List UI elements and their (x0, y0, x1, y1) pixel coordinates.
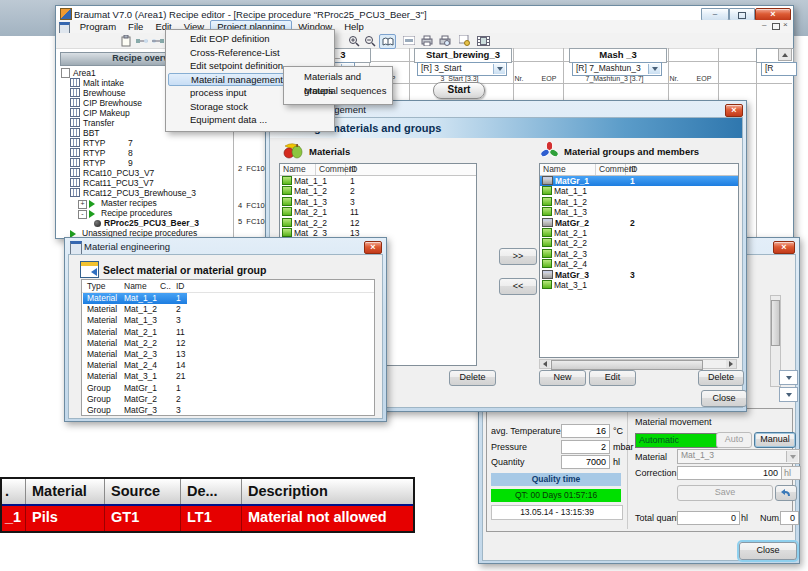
film-icon[interactable] (476, 34, 491, 47)
submenu-item[interactable]: Material sequences (284, 84, 392, 98)
column-header[interactable]: Comment (596, 164, 626, 175)
recipe-unit-combo[interactable]: [R] 3_Start (417, 62, 507, 76)
correction-input[interactable]: 100 (677, 466, 782, 480)
table-row[interactable]: MaterialMat_1_11 (82, 293, 374, 304)
process-close-button[interactable]: Close (739, 542, 797, 560)
add-to-group-button[interactable]: >> (499, 248, 537, 265)
menu-item[interactable]: File (122, 20, 149, 33)
start-node[interactable]: Start (433, 82, 485, 99)
certificate-icon[interactable] (457, 34, 472, 47)
tree-item[interactable]: RProc25_PCU3_Beer_3 (58, 218, 232, 228)
group-list-item[interactable]: MatGr_33 (540, 270, 738, 280)
material-list-item[interactable]: Mat_1_22 (280, 186, 476, 196)
column-header[interactable]: Name (280, 164, 316, 175)
manual-button[interactable]: Manual (754, 432, 796, 448)
delete-material-button[interactable]: Delete (449, 370, 496, 386)
table-row[interactable]: GroupMatGr_22 (82, 394, 374, 405)
edit-group-button[interactable]: Edit (589, 370, 636, 386)
scroll-up-icon[interactable] (778, 48, 792, 61)
group-list-item[interactable]: Mat_1_2 (540, 197, 738, 207)
column-header[interactable]: ID (176, 280, 185, 292)
mdi-minimize-button[interactable]: – (762, 20, 766, 29)
mini-combo[interactable] (779, 370, 798, 385)
clipboard-icon[interactable] (118, 34, 133, 47)
group-list-item[interactable]: Mat_2_2 (540, 238, 738, 248)
menu-item[interactable]: Edit EOP definition (166, 32, 334, 46)
tree-item[interactable]: RTYP8 (58, 148, 232, 158)
measurement-value[interactable]: 7000 (561, 455, 610, 469)
tree-item[interactable]: -Recipe procedures (58, 208, 232, 218)
table-row[interactable]: GroupMatGr_11 (82, 383, 374, 394)
material-list-item[interactable]: Mat_1_33 (280, 197, 476, 207)
fit-width-icon[interactable] (401, 34, 416, 47)
zoom-in-icon[interactable] (346, 34, 361, 47)
menu-item[interactable]: Help (338, 20, 370, 33)
group-list-item[interactable]: Mat_1_3 (540, 207, 738, 217)
close-icon[interactable]: × (773, 241, 795, 254)
recipe-unit-combo-partial[interactable]: [R (761, 62, 797, 76)
submenu-item[interactable]: Materials and groups (284, 70, 392, 84)
tree-item[interactable]: RCat11_PCU3_V7 (58, 178, 232, 188)
error-table-row[interactable]: _1PilsGT1LT1Material not allowed (2, 504, 413, 531)
group-list-item[interactable]: Mat_1_1 (540, 186, 738, 196)
tree-item[interactable]: RCat12_PCU3_Brewhouse_3 (58, 188, 232, 198)
measurement-value[interactable]: 16 (561, 424, 610, 438)
material-list-item[interactable]: Mat_2_212 (280, 218, 476, 228)
material-combo[interactable]: Mat_1_3 (677, 449, 800, 464)
scrollbar-thumb[interactable] (771, 300, 780, 346)
tree-item[interactable]: RTYP9 (58, 158, 232, 168)
table-row[interactable]: MaterialMat_1_33 (82, 315, 374, 326)
recipe-unit-combo[interactable]: [R] 7_Mashtun_3 (572, 62, 662, 76)
group-list-item[interactable]: Mat_2_3 (540, 249, 738, 259)
menu-item[interactable]: Program (74, 20, 122, 33)
close-icon[interactable]: × (725, 104, 743, 117)
save-button[interactable]: Save (677, 485, 773, 501)
link-next-icon[interactable] (150, 34, 165, 47)
table-row[interactable]: MaterialMat_1_22 (82, 304, 374, 315)
table-row[interactable]: GroupMatGr_33 (82, 405, 374, 416)
menu-item[interactable]: Cross-Reference-List (166, 46, 334, 60)
column-header[interactable]: ID (626, 164, 732, 175)
column-header[interactable]: C.. (160, 280, 176, 292)
print-icon[interactable] (419, 34, 434, 47)
column-header[interactable]: Name (124, 280, 160, 292)
group-list-item[interactable]: MatGr_11 (540, 176, 738, 186)
measurement-value[interactable]: 2 (561, 440, 610, 454)
tree-item[interactable]: +Master recipes (58, 198, 232, 208)
tree-item[interactable]: RCat10_PCU3_V7 (58, 168, 232, 178)
link-prev-icon[interactable] (134, 34, 149, 47)
undo-button[interactable] (775, 485, 797, 501)
material-list-item[interactable]: Mat_2_111 (280, 207, 476, 217)
table-row[interactable]: MaterialMat_2_212 (82, 338, 374, 349)
zoom-out-icon[interactable] (362, 34, 377, 47)
delete-group-button[interactable]: Delete (698, 370, 744, 386)
mdi-restore-button[interactable] (772, 23, 780, 30)
table-row[interactable]: MaterialMat_2_313 (82, 349, 374, 360)
new-group-button[interactable]: New (539, 370, 586, 386)
close-icon[interactable]: × (364, 241, 382, 254)
group-list-item[interactable]: Mat_2_4 (540, 259, 738, 269)
material-list-item[interactable]: Mat_1_11 (280, 176, 476, 186)
auto-button[interactable]: Auto (716, 432, 752, 448)
scrollbar-thumb[interactable] (551, 360, 703, 370)
column-header[interactable]: ID (346, 164, 470, 175)
print-preview-icon[interactable] (437, 34, 452, 47)
group-list-item[interactable]: Mat_3_1 (540, 280, 738, 290)
horizontal-scrollbar[interactable] (539, 359, 737, 369)
table-row[interactable]: MaterialMat_2_414 (82, 360, 374, 371)
menu-item[interactable]: Equipment data ... (166, 113, 334, 127)
mini-combo[interactable] (779, 387, 798, 402)
overview-book-icon[interactable] (379, 34, 396, 49)
mdi-close-button[interactable]: × (783, 20, 788, 29)
mm-close-button[interactable]: Close (701, 390, 747, 407)
column-header[interactable]: Name (540, 164, 596, 175)
remove-from-group-button[interactable]: << (499, 278, 537, 295)
title-bar[interactable]: Braumat V7.0 (Area1) Recipe editor - [Re… (56, 6, 793, 20)
column-header[interactable]: Type (82, 280, 124, 292)
table-row[interactable]: MaterialMat_2_111 (82, 327, 374, 338)
column-header[interactable]: Comment (316, 164, 346, 175)
group-list-item[interactable]: Mat_2_1 (540, 228, 738, 238)
table-row[interactable]: MaterialMat_3_121 (82, 371, 374, 382)
group-list-item[interactable]: MatGr_22 (540, 218, 738, 228)
tree-item[interactable]: RTYP7 (58, 138, 232, 148)
